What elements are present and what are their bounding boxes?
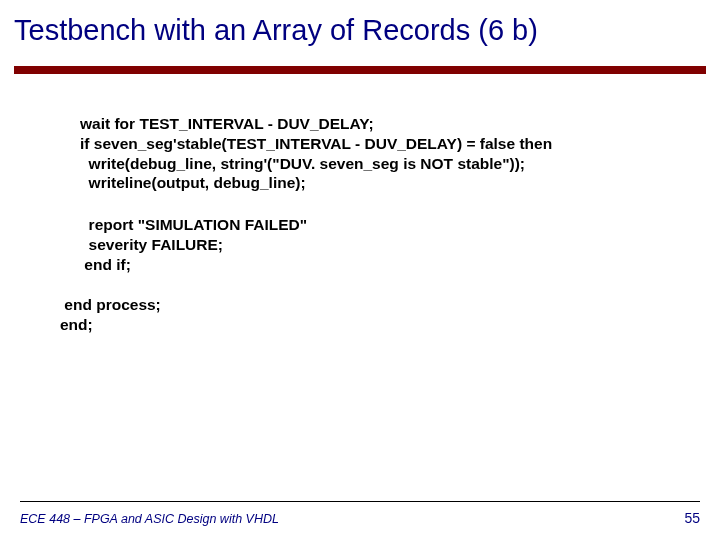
footer-rule xyxy=(20,501,700,502)
slide: Testbench with an Array of Records (6 b)… xyxy=(0,0,720,540)
code-block-1: wait for TEST_INTERVAL - DUV_DELAY; if s… xyxy=(80,114,552,193)
code-block-3: end process; end; xyxy=(60,295,161,335)
title-underline xyxy=(14,66,706,74)
page-number: 55 xyxy=(684,510,700,526)
footer-course: ECE 448 – FPGA and ASIC Design with VHDL xyxy=(20,512,279,526)
code-block-2: report "SIMULATION FAILED" severity FAIL… xyxy=(80,215,307,274)
slide-title: Testbench with an Array of Records (6 b) xyxy=(14,14,538,47)
